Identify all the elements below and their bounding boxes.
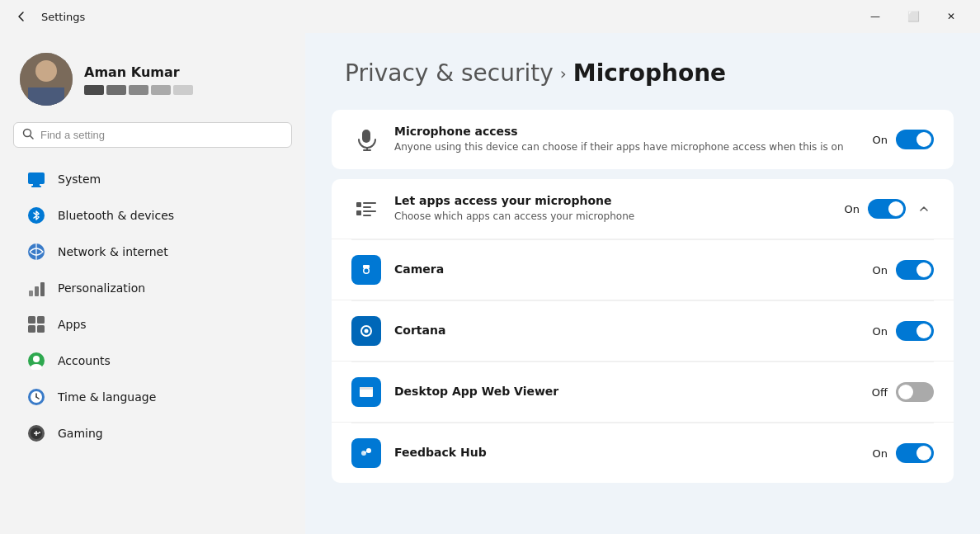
- cortana-text: Cortana: [394, 324, 860, 339]
- personalization-icon: [26, 278, 46, 298]
- sidebar-item-bluetooth-label: Bluetooth & devices: [58, 209, 174, 222]
- microphone-access-toggle[interactable]: [896, 130, 934, 149]
- cortana-status: On: [873, 325, 888, 338]
- svg-rect-40: [363, 265, 370, 268]
- app-row-camera: Camera On: [332, 240, 954, 300]
- svg-rect-14: [28, 316, 35, 324]
- svg-point-29: [39, 432, 40, 433]
- svg-point-1: [35, 60, 57, 82]
- svg-point-19: [33, 356, 40, 362]
- close-button[interactable]: ✕: [932, 3, 970, 30]
- desktop-web-viewer-title: Desktop App Web Viewer: [394, 385, 859, 398]
- breadcrumb-separator: ›: [560, 64, 567, 83]
- search-input[interactable]: [40, 129, 283, 141]
- sidebar-item-bluetooth[interactable]: Bluetooth & devices: [7, 197, 299, 234]
- sidebar-item-accounts[interactable]: Accounts: [7, 343, 299, 379]
- camera-status: On: [873, 264, 888, 276]
- app-title: Settings: [41, 11, 85, 23]
- cortana-title: Cortana: [394, 324, 860, 337]
- sidebar-item-network[interactable]: Network & internet: [7, 234, 299, 270]
- app-body: Aman Kumar: [0, 33, 980, 534]
- let-apps-status: On: [845, 203, 860, 215]
- svg-rect-47: [360, 387, 373, 390]
- breadcrumb-parent[interactable]: Privacy & security: [345, 59, 554, 87]
- content-area: Privacy & security › Microphone Micropho…: [305, 33, 980, 534]
- let-apps-desc: Choose which apps can access your microp…: [394, 210, 832, 224]
- feedback-hub-icon: [351, 438, 381, 468]
- expand-button[interactable]: [914, 199, 934, 219]
- breadcrumb-current: Microphone: [573, 59, 726, 87]
- sidebar-item-personalization[interactable]: Personalization: [7, 270, 299, 306]
- breadcrumb: Privacy & security › Microphone: [305, 33, 980, 110]
- toggle-thumb-3: [916, 262, 931, 277]
- maximize-button[interactable]: ⬜: [894, 3, 932, 30]
- back-button[interactable]: [10, 5, 33, 28]
- gaming-icon: [26, 423, 46, 443]
- feedback-hub-text: Feedback Hub: [394, 446, 860, 461]
- time-icon: [26, 387, 46, 407]
- color-swatch-1: [84, 85, 104, 95]
- sidebar-item-time[interactable]: Time & language: [7, 379, 299, 415]
- feedback-hub-toggle[interactable]: [896, 443, 934, 463]
- color-swatch-3: [129, 85, 148, 95]
- svg-point-49: [361, 451, 366, 456]
- toggle-thumb-5: [898, 385, 913, 399]
- accounts-icon: [26, 351, 46, 371]
- color-swatch-2: [106, 85, 126, 95]
- app-row-feedback-hub: Feedback Hub On: [332, 423, 954, 483]
- sidebar-item-apps-label: Apps: [58, 318, 87, 331]
- let-apps-control: On: [845, 199, 934, 219]
- sidebar-item-network-label: Network & internet: [58, 245, 168, 258]
- sidebar-item-gaming-label: Gaming: [58, 427, 103, 440]
- microphone-access-section: Microphone access Anyone using this devi…: [332, 110, 954, 169]
- cortana-app-icon: [351, 316, 381, 346]
- sidebar-item-system[interactable]: System: [7, 161, 299, 197]
- camera-app-icon: [351, 255, 381, 285]
- svg-rect-3: [28, 87, 64, 106]
- titlebar: Settings — ⬜ ✕: [0, 0, 980, 33]
- toggle-thumb-6: [916, 446, 931, 461]
- svg-rect-11: [29, 291, 33, 296]
- desktop-web-viewer-text: Desktop App Web Viewer: [394, 385, 859, 400]
- window-controls: — ⬜ ✕: [856, 3, 970, 30]
- desktop-web-viewer-control: Off: [872, 382, 934, 402]
- sidebar-item-apps[interactable]: Apps: [7, 306, 299, 343]
- let-apps-row: Let apps access your microphone Choose w…: [332, 179, 954, 239]
- desktop-web-viewer-toggle[interactable]: [896, 382, 934, 402]
- svg-rect-12: [35, 286, 39, 296]
- svg-point-41: [365, 269, 369, 273]
- svg-rect-34: [363, 206, 371, 208]
- camera-toggle[interactable]: [896, 260, 934, 280]
- color-swatch-5: [173, 85, 193, 95]
- svg-rect-33: [363, 202, 376, 204]
- desktop-web-viewer-icon: [351, 377, 381, 407]
- apps-icon: [26, 314, 46, 334]
- svg-rect-37: [363, 215, 371, 216]
- sidebar-item-system-label: System: [58, 172, 101, 186]
- feedback-hub-status: On: [873, 447, 888, 460]
- microphone-access-row: Microphone access Anyone using this devi…: [332, 110, 954, 169]
- sidebar-item-accounts-label: Accounts: [58, 354, 111, 367]
- microphone-access-control: On: [873, 130, 934, 149]
- let-apps-toggle[interactable]: [868, 199, 906, 219]
- sidebar-item-gaming[interactable]: Gaming: [7, 415, 299, 451]
- svg-rect-7: [31, 186, 41, 187]
- svg-rect-6: [33, 184, 40, 186]
- svg-rect-36: [363, 210, 376, 212]
- svg-point-44: [365, 329, 369, 333]
- search-icon: [22, 128, 34, 142]
- network-icon: [26, 242, 46, 262]
- let-apps-title: Let apps access your microphone: [394, 194, 832, 207]
- bluetooth-icon: [26, 206, 46, 225]
- minimize-button[interactable]: —: [856, 3, 894, 30]
- svg-rect-35: [356, 210, 361, 215]
- cortana-toggle[interactable]: [896, 321, 934, 341]
- microphone-icon: [351, 125, 381, 154]
- sidebar-item-personalization-label: Personalization: [58, 281, 145, 295]
- toggle-thumb: [916, 132, 931, 147]
- svg-rect-15: [37, 316, 45, 324]
- toggle-thumb-2: [888, 201, 903, 216]
- feedback-hub-title: Feedback Hub: [394, 446, 860, 459]
- toggle-thumb-4: [916, 324, 931, 338]
- svg-rect-30: [362, 130, 370, 143]
